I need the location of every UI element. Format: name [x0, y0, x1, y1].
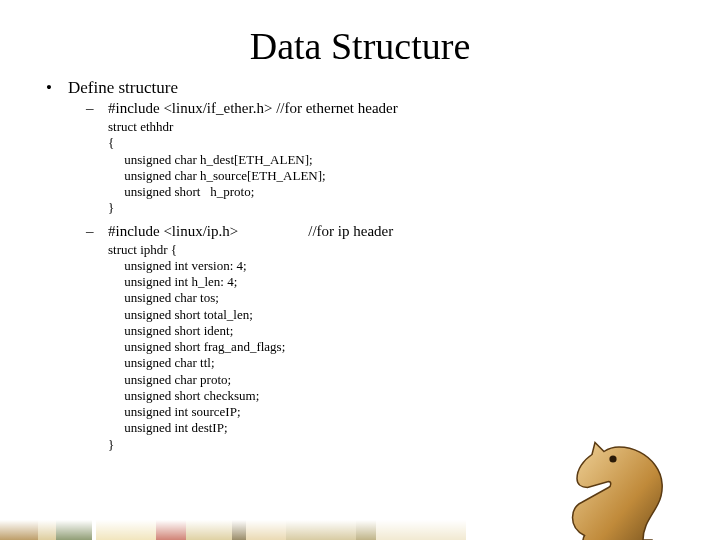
chess-knight-icon — [538, 414, 688, 540]
code-line: { — [108, 135, 114, 150]
code-line: unsigned char h_source[ETH_ALEN]; — [108, 168, 326, 183]
code-line: unsigned char tos; — [108, 290, 219, 305]
code-line: struct iphdr { — [108, 242, 177, 257]
code-line: unsigned short h_proto; — [108, 184, 254, 199]
code-line: unsigned int h_len: 4; — [108, 274, 237, 289]
include-ip-text: #include <linux/ip.h> — [108, 223, 238, 239]
include-ip: #include <linux/ip.h>//for ip header — [86, 223, 720, 240]
code-line: unsigned short frag_and_flags; — [108, 339, 285, 354]
include-ether-text: #include <linux/if_ether.h> //for ethern… — [108, 100, 398, 116]
code-line: unsigned short ident; — [108, 323, 233, 338]
bullet-define-structure: Define structure #include <linux/if_ethe… — [46, 78, 720, 453]
code-line: unsigned short checksum; — [108, 388, 259, 403]
slide: Data Structure Define structure #include… — [0, 24, 720, 540]
code-line: unsigned short total_len; — [108, 307, 253, 322]
code-line: unsigned int version: 4; — [108, 258, 247, 273]
include-ether: #include <linux/if_ether.h> //for ethern… — [86, 100, 720, 117]
code-line: unsigned int destIP; — [108, 420, 228, 435]
include-ip-comment: //for ip header — [308, 223, 393, 239]
code-line: unsigned char h_dest[ETH_ALEN]; — [108, 152, 313, 167]
code-line: unsigned int sourceIP; — [108, 404, 241, 419]
code-line: unsigned char proto; — [108, 372, 231, 387]
page-title: Data Structure — [0, 24, 720, 68]
content-area: Define structure #include <linux/if_ethe… — [46, 78, 720, 453]
code-line: struct ethhdr — [108, 119, 173, 134]
struct-ethhdr: struct ethhdr { unsigned char h_dest[ETH… — [108, 119, 720, 217]
bullet-text: Define structure — [68, 78, 178, 97]
code-line: unsigned char ttl; — [108, 355, 215, 370]
code-line: } — [108, 200, 114, 215]
svg-point-0 — [609, 455, 616, 462]
code-line: } — [108, 437, 114, 452]
